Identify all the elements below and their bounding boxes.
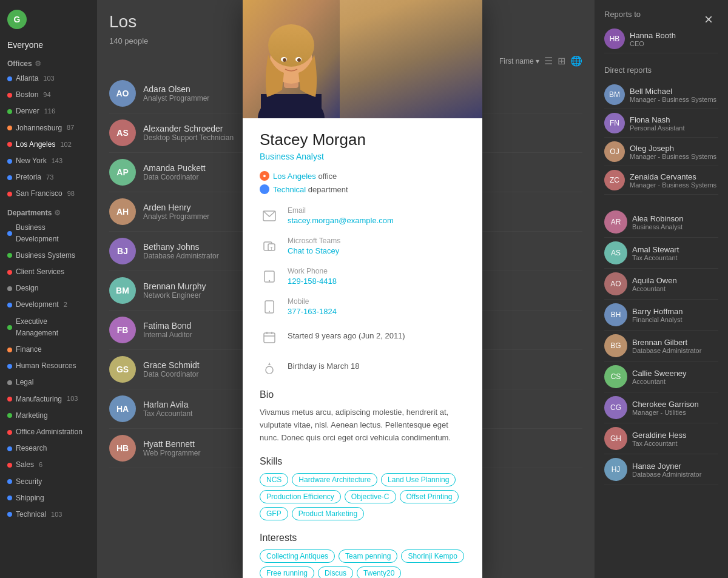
- manager-name: Hanna Booth: [630, 31, 676, 40]
- close-button[interactable]: ×: [699, 10, 718, 29]
- sidebar-dept-sales[interactable]: Sales6: [0, 457, 97, 473]
- direct-report-item[interactable]: ZC Zenaida Cervantes Manager - Business …: [604, 166, 718, 195]
- location-link[interactable]: Los Angeles: [273, 172, 316, 181]
- email-label: Email: [288, 206, 394, 215]
- sidebar-dept-shipping[interactable]: Shipping: [0, 490, 97, 506]
- sidebar-dept-design[interactable]: Design: [0, 280, 97, 297]
- sidebar-dept-marketing[interactable]: Marketing: [0, 408, 97, 424]
- email-value[interactable]: stacey.morgan@example.com: [288, 216, 394, 225]
- direct-reports-label: Direct reports: [604, 66, 718, 75]
- sidebar-everyone[interactable]: Everyone: [0, 36, 97, 53]
- interest-tag[interactable]: Team penning: [339, 549, 397, 563]
- mobile-icon: [260, 297, 279, 317]
- phone-row: Work Phone 129-158-4418: [260, 267, 465, 286]
- right-panel-person-item[interactable]: HJ Hanae Joyner Database Administrator: [604, 454, 718, 485]
- right-panel-person-item[interactable]: AO Aquila Owen Accountant: [604, 269, 718, 300]
- birthday-value: Birthday is March 18: [288, 358, 360, 371]
- svg-point-9: [297, 58, 301, 62]
- phone-label: Work Phone: [288, 267, 337, 275]
- sidebar-dept-human-resources[interactable]: Human Resources: [0, 358, 97, 374]
- skill-tag[interactable]: NCS: [260, 473, 288, 486]
- sidebar-office-denver[interactable]: Denver116: [0, 103, 97, 119]
- started-row: Started 9 years ago (Jun 2, 2011): [260, 328, 465, 347]
- sidebar-dept-legal[interactable]: Legal: [0, 374, 97, 391]
- right-panel-person-item[interactable]: CS Callie Sweeney Accountant: [604, 361, 718, 392]
- svg-rect-17: [264, 333, 275, 343]
- teams-chat[interactable]: Chat to Stacey: [288, 246, 340, 255]
- skill-tag[interactable]: GFP: [260, 507, 288, 520]
- interest-tag[interactable]: Twenty20: [357, 566, 401, 578]
- sidebar-office-atlanta[interactable]: Atlanta103: [0, 70, 97, 87]
- manager-avatar: HB: [604, 29, 625, 49]
- right-panel-person-item[interactable]: BH Barry Hoffman Financial Analyst: [604, 300, 718, 331]
- mobile-label: Mobile: [288, 297, 337, 306]
- svg-point-21: [266, 366, 273, 374]
- sidebar-dept-office-administration[interactable]: Office Administration: [0, 424, 97, 440]
- location-icon: ●: [260, 171, 269, 181]
- right-panel-person-item[interactable]: CG Cherokee Garrison Manager - Utilities: [604, 392, 718, 423]
- svg-point-5: [268, 24, 314, 67]
- sidebar-dept-business-systems[interactable]: Business Systems: [0, 247, 97, 264]
- department-row: Technical department: [260, 184, 465, 194]
- skill-tag[interactable]: Offset Printing: [400, 490, 459, 503]
- sidebar-dept-client-services[interactable]: Client Services: [0, 264, 97, 280]
- skill-tag[interactable]: Product Marketing: [292, 507, 364, 520]
- logo[interactable]: G: [7, 10, 27, 29]
- started-value: Started 9 years ago (Jun 2, 2011): [288, 328, 405, 340]
- skill-tag[interactable]: Land Use Planning: [381, 473, 456, 486]
- department-link[interactable]: Technical: [273, 185, 306, 194]
- right-panel-person-item[interactable]: AS Amal Stewart Tax Accountant: [604, 238, 718, 269]
- right-panel-person-item[interactable]: BG Brennan Gilbert Database Administrato…: [604, 331, 718, 361]
- sidebar-office-san-francisco[interactable]: San Francisco98: [0, 186, 97, 202]
- offices-section: Offices ⚙: [0, 53, 97, 70]
- sidebar-dept-executive-management[interactable]: Executive Management: [0, 314, 97, 341]
- skill-tag[interactable]: Objective-C: [345, 490, 396, 503]
- interests-container: Collecting AntiquesTeam penningShorinji …: [260, 549, 465, 578]
- interest-tag[interactable]: Discus: [318, 566, 353, 578]
- sidebar-dept-security[interactable]: Security: [0, 474, 97, 490]
- sidebar-dept-manufacturing[interactable]: Manufacturing103: [0, 391, 97, 408]
- sidebar-office-new-york[interactable]: New York143: [0, 153, 97, 169]
- direct-report-item[interactable]: OJ Oleg Joseph Manager - Business System…: [604, 138, 718, 166]
- svg-point-8: [283, 58, 286, 62]
- svg-point-16: [269, 311, 270, 312]
- sidebar-office-johannesburg[interactable]: Johannesburg87: [0, 120, 97, 136]
- manager-role: CEO: [630, 40, 676, 47]
- skills-section-title: Skills: [260, 456, 465, 467]
- phone-icon: [260, 267, 279, 286]
- sidebar-office-los-angeles[interactable]: Los Angeles102: [0, 136, 97, 153]
- mobile-value[interactable]: 377-163-1824: [288, 307, 337, 316]
- right-panel-person-item[interactable]: AR Alea Robinson Business Analyst: [604, 207, 718, 238]
- skill-tag[interactable]: Hardware Architecture: [292, 473, 377, 486]
- birthday-icon: [260, 358, 279, 377]
- phone-value[interactable]: 129-158-4418: [288, 277, 337, 286]
- right-panel: Reports to HB Hanna Booth CEO Direct rep…: [595, 0, 728, 578]
- sidebar-dept-technical[interactable]: Technical103: [0, 506, 97, 523]
- profile-photo: [243, 0, 482, 118]
- profile-title: Business Analyst: [260, 152, 465, 161]
- calendar-icon: [260, 328, 279, 347]
- interest-tag[interactable]: Collecting Antiques: [260, 549, 335, 563]
- location-row: ● Los Angeles office: [260, 171, 465, 181]
- direct-report-item[interactable]: FN Fiona Nash Personal Assistant: [604, 109, 718, 138]
- skill-tag[interactable]: Production Efficiency: [260, 490, 341, 503]
- direct-report-item[interactable]: BM Bell Michael Manager - Business Syste…: [604, 81, 718, 109]
- departments-section: Departments ⚙: [0, 203, 97, 220]
- profile-modal: Stacey Morgan Business Analyst ● Los Ang…: [243, 0, 482, 578]
- sidebar-office-boston[interactable]: Boston94: [0, 87, 97, 103]
- svg-point-14: [269, 280, 270, 281]
- email-icon: [260, 206, 279, 226]
- sidebar-dept-business-development[interactable]: Business Development: [0, 220, 97, 247]
- interest-tag[interactable]: Shorinji Kempo: [401, 549, 463, 563]
- right-panel-person-item[interactable]: GH Geraldine Hess Tax Accountant: [604, 423, 718, 454]
- sidebar-dept-development[interactable]: Development2: [0, 297, 97, 313]
- sidebar: G Everyone Offices ⚙ Atlanta103Boston94D…: [0, 0, 97, 578]
- interest-tag[interactable]: Free running: [260, 566, 314, 578]
- teams-label: Microsoft Teams: [288, 237, 340, 245]
- svg-text:T: T: [270, 246, 273, 251]
- sidebar-office-pretoria[interactable]: Pretoria73: [0, 169, 97, 186]
- sidebar-dept-finance[interactable]: Finance: [0, 341, 97, 358]
- interests-section-title: Interests: [260, 533, 465, 543]
- manager-item[interactable]: HB Hanna Booth CEO: [604, 25, 718, 53]
- sidebar-dept-research[interactable]: Research: [0, 440, 97, 457]
